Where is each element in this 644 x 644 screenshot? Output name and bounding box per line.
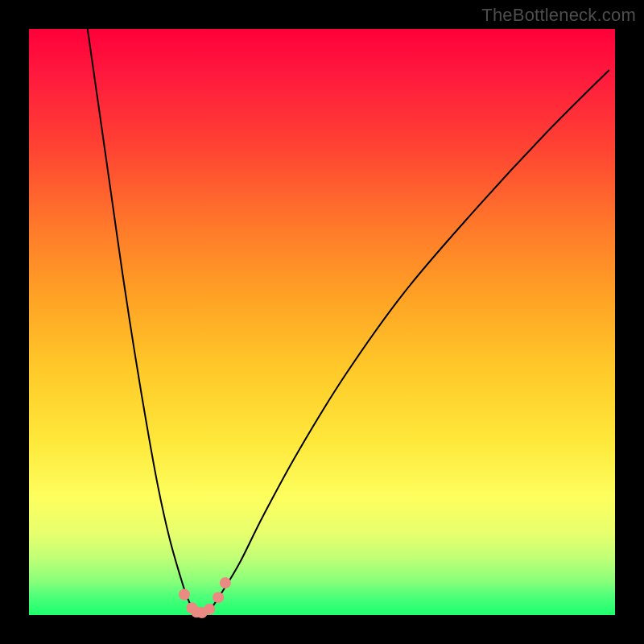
marker-dot: [220, 577, 231, 588]
marker-group: [179, 577, 231, 618]
watermark-text: TheBottleneck.com: [481, 5, 636, 26]
marker-dot: [213, 592, 224, 603]
marker-dot: [204, 604, 215, 615]
left-curve: [88, 29, 199, 615]
plot-area: [29, 29, 615, 615]
chart-frame: TheBottleneck.com: [0, 0, 644, 644]
marker-dot: [179, 589, 190, 601]
curve-layer: [29, 29, 615, 615]
right-curve: [204, 70, 609, 615]
